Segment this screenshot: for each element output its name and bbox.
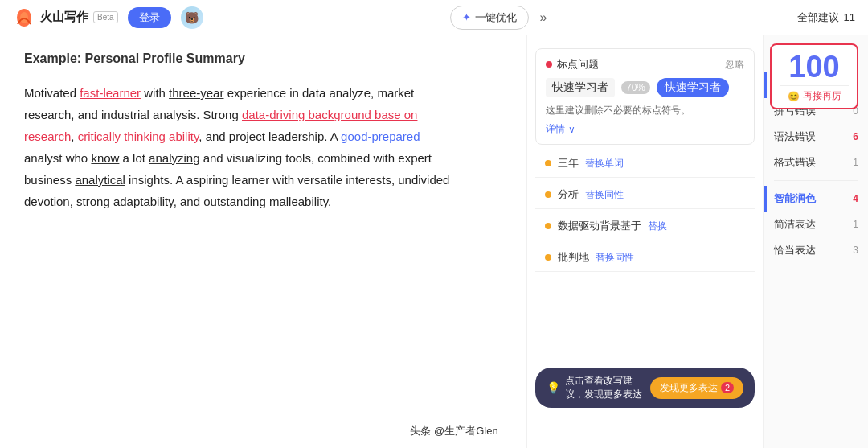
- doc-title: Example: Personal Profile Summary: [24, 51, 502, 66]
- divider-2: [774, 180, 858, 181]
- appropriate-count: 3: [853, 245, 858, 256]
- word-critically-thinking[interactable]: critically thinking ability: [78, 129, 199, 143]
- navbar: 火山写作 Beta 登录 🐻 ✦ 一键优化 » 全部建议 11: [0, 0, 868, 35]
- suggestion-count: 11: [844, 11, 855, 23]
- format-label: 格式错误: [774, 155, 816, 170]
- detail-link[interactable]: 详情 ∨: [546, 122, 744, 136]
- sidebar-item-appropriate[interactable]: 恰当表达 3: [764, 237, 868, 263]
- watermark: 头条 @生产者Glen: [403, 422, 504, 440]
- word-compare: 快速学习者 70% 快速学习者: [546, 78, 744, 97]
- smart-tone-label: 智能润色: [774, 191, 816, 206]
- item-label: 三年: [558, 156, 579, 171]
- star-icon: ✦: [462, 11, 471, 23]
- sidebar-item-format[interactable]: 格式错误 1: [764, 150, 868, 175]
- discover-button[interactable]: 发现更多表达 2: [650, 377, 743, 399]
- score-label: 😊 再接再厉: [788, 89, 841, 103]
- appropriate-label: 恰当表达: [774, 243, 816, 257]
- avatar-button[interactable]: 🐻: [181, 6, 203, 29]
- item-label-2: 分析: [558, 187, 579, 202]
- dot-orange-2: [545, 191, 551, 198]
- card-tag: 标点问题: [546, 57, 599, 72]
- word-know: know: [91, 151, 119, 165]
- sidebar-item-smart-tone[interactable]: 智能润色 4: [764, 186, 868, 212]
- item-action-2[interactable]: 替换同性: [585, 188, 624, 202]
- score-box: 100 😊 再接再厉: [770, 43, 858, 109]
- dot-orange-3: [545, 223, 551, 229]
- nav-center: ✦ 一键优化 »: [213, 6, 788, 30]
- score-emoji: 😊: [788, 91, 800, 102]
- suggested-word[interactable]: 快速学习者: [657, 78, 729, 97]
- word-analyzing: analyzing: [149, 151, 199, 165]
- card-header: 标点问题 忽略: [546, 57, 744, 72]
- more-button[interactable]: »: [537, 7, 551, 28]
- tooltip-bar: 💡 点击查看改写建议，发现更多表达 发现更多表达 2: [535, 368, 755, 408]
- smart-tone-count: 4: [853, 193, 858, 204]
- dot-orange-4: [545, 254, 551, 261]
- suggestion-item-analysis[interactable]: 分析 替换同性: [535, 181, 755, 209]
- concise-label: 简洁表达: [774, 217, 816, 232]
- grammar-count: 6: [853, 131, 858, 142]
- logo-icon: [13, 6, 35, 29]
- sidebar-item-grammar[interactable]: 语法错误 6: [764, 124, 868, 150]
- beta-badge: Beta: [93, 11, 118, 23]
- item-action-3[interactable]: 替换: [648, 220, 667, 233]
- card-type: 标点问题: [557, 57, 599, 72]
- word-fast-learner[interactable]: fast-learner: [80, 86, 141, 100]
- word-analytical: analytical: [75, 173, 125, 187]
- sidebar-item-concise[interactable]: 简洁表达 1: [764, 212, 868, 237]
- chevron-icon: ∨: [568, 124, 575, 135]
- editor-area: Example: Personal Profile Summary Motiva…: [0, 35, 526, 448]
- detail-text: 详情: [546, 122, 565, 136]
- suggestion-item-data-driven[interactable]: 数据驱动背景基于 替换: [535, 212, 755, 240]
- item-label-3: 数据驱动背景基于: [558, 219, 641, 233]
- discover-label: 发现更多表达: [660, 381, 718, 395]
- word-score: 70%: [621, 81, 650, 94]
- suggestion-item-three-year[interactable]: 三年 替换单词: [535, 150, 755, 178]
- score-divider: [780, 85, 849, 86]
- dot-red: [546, 61, 552, 68]
- suggestion-info: 全部建议 11: [797, 10, 855, 25]
- login-button[interactable]: 登录: [128, 7, 171, 28]
- doc-content: Motivated fast-learner with three-year e…: [24, 82, 458, 212]
- optimize-button[interactable]: ✦ 一键优化: [450, 6, 529, 30]
- optimize-label: 一键优化: [475, 10, 517, 25]
- app-name: 火山写作: [40, 10, 88, 25]
- suggestion-panel: 标点问题 忽略 快速学习者 70% 快速学习者 这里建议删除不必要的标点符号。 …: [526, 35, 764, 448]
- grammar-label: 语法错误: [774, 129, 816, 144]
- word-three-year: three-year: [169, 86, 223, 100]
- bulb-icon: 💡: [547, 381, 560, 394]
- tooltip-text: 💡 点击查看改写建议，发现更多表达: [547, 374, 644, 401]
- item-action[interactable]: 替换单词: [585, 157, 624, 171]
- concise-count: 1: [853, 219, 858, 230]
- suggestion-card-punctuation: 标点问题 忽略 快速学习者 70% 快速学习者 这里建议删除不必要的标点符号。 …: [535, 48, 755, 145]
- suggestion-label: 全部建议: [797, 10, 839, 25]
- suggestion-desc: 这里建议删除不必要的标点符号。: [546, 104, 744, 117]
- ignore-button[interactable]: 忽略: [725, 58, 744, 72]
- format-count: 1: [853, 157, 858, 168]
- tooltip-message: 点击查看改写建议，发现更多表达: [565, 374, 644, 401]
- discover-badge: 2: [721, 382, 734, 393]
- original-word: 快速学习者: [546, 78, 615, 97]
- dot-orange: [545, 160, 551, 166]
- word-good-prepared[interactable]: good-prepared: [341, 129, 420, 143]
- logo-area: 火山写作 Beta: [13, 6, 118, 29]
- item-label-4: 批判地: [558, 250, 589, 265]
- score-text: 再接再厉: [803, 89, 841, 103]
- main-layout: Example: Personal Profile Summary Motiva…: [0, 35, 868, 448]
- suggestion-item-critically[interactable]: 批判地 替换同性: [535, 244, 755, 272]
- score-number: 100: [788, 51, 839, 82]
- item-action-4[interactable]: 替换同性: [596, 251, 634, 265]
